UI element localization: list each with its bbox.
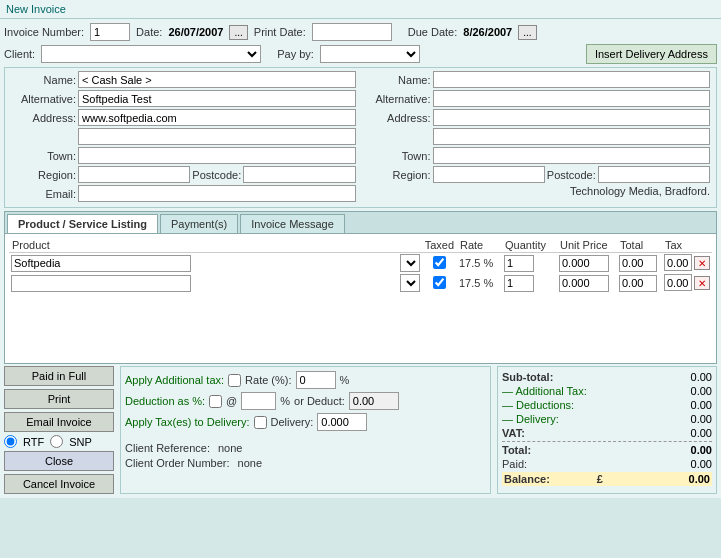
email-button[interactable]: Email Invoice [4,412,114,432]
additional-options-form: Apply Additional tax: Rate (%): % Deduct… [120,366,491,494]
right-alt-input[interactable] [433,90,711,107]
right-region-input[interactable] [433,166,545,183]
tab-product-service[interactable]: Product / Service Listing [7,214,158,233]
balance-currency: £ [597,473,603,485]
date-value: 26/07/2007 [168,26,223,38]
tax-delivery-row: Apply Tax(es) to Delivery: Delivery: [125,413,486,431]
window-title: New Invoice [6,3,66,15]
product-table: Product Taxed Rate Quantity Unit Price T… [9,238,712,293]
taxed-checkbox[interactable] [433,256,446,269]
col-quantity: Quantity [502,238,557,253]
invoice-number-input[interactable] [90,23,130,41]
bottom-section: Paid in Full Print Email Invoice RTF SNP… [4,366,717,494]
product-cell2 [9,273,398,293]
left-name-input[interactable] [78,71,356,88]
balance-label: Balance: [504,473,550,485]
tax-input2[interactable] [664,274,692,291]
pct-symbol: % [340,374,350,386]
right-postcode-input[interactable] [598,166,710,183]
right-alt-label: Alternative: [366,93,431,105]
additional-tax-label: Apply Additional tax: [125,374,224,386]
tax-delivery-checkbox[interactable] [254,416,267,429]
delivery-address-button[interactable]: Insert Delivery Address [586,44,717,64]
tab-headers: Product / Service Listing Payment(s) Inv… [5,212,716,233]
delivery-total-value: 0.00 [652,413,712,425]
paid-row: Paid: 0.00 [502,458,712,470]
paid-full-button[interactable]: Paid in Full [4,366,114,386]
right-address: Name: Alternative: Address: Town: Region… [366,71,711,204]
left-alt-input[interactable] [78,90,356,107]
client-ref-value: none [218,442,242,454]
pay-by-select[interactable] [320,45,420,63]
deduction-checkbox[interactable] [209,395,222,408]
cancel-invoice-button[interactable]: Cancel Invoice [4,474,114,494]
col-dropdown [398,238,422,253]
quantity-input2[interactable] [504,275,534,292]
title-bar: New Invoice [0,0,721,19]
due-date-label: Due Date: [408,26,458,38]
deduction-pct-input[interactable] [241,392,276,410]
right-address-input[interactable] [433,109,711,126]
product-input2[interactable] [11,275,191,292]
snp-radio[interactable] [50,435,63,448]
deduct-value-input[interactable] [349,392,399,410]
print-button[interactable]: Print [4,389,114,409]
delivery-value-input[interactable] [317,413,367,431]
client-payby-row: Client: Pay by: Insert Delivery Address [4,44,717,64]
right-town-input[interactable] [433,147,711,164]
print-date-input[interactable] [312,23,392,41]
delete-row-button[interactable]: ✕ [694,256,710,270]
quantity-input[interactable] [504,255,534,272]
taxed-checkbox2[interactable] [433,276,446,289]
client-ref-label: Client Reference: [125,442,210,454]
additional-tax-total-row: — Additional Tax: 0.00 [502,385,712,397]
left-address-input[interactable] [78,109,356,126]
total-input[interactable] [619,255,657,272]
tab-payments[interactable]: Payment(s) [160,214,238,233]
client-select[interactable] [41,45,261,63]
total-row: Total: 0.00 [502,444,712,456]
left-region-input[interactable] [78,166,190,183]
due-date-picker-button[interactable]: ... [518,25,536,40]
product-dropdown[interactable] [400,254,420,272]
address-form: Name: Alternative: Address: Town: Region… [4,67,717,208]
left-alt-label: Alternative: [11,93,76,105]
due-date-value: 8/26/2007 [463,26,512,38]
delivery-total-row: — Delivery: 0.00 [502,413,712,425]
left-town-input[interactable] [78,147,356,164]
product-dropdown2[interactable] [400,274,420,292]
additional-tax-total-value: 0.00 [652,385,712,397]
total-label: Total: [502,444,531,456]
tab-invoice-message[interactable]: Invoice Message [240,214,345,233]
left-postcode-input[interactable] [243,166,355,183]
product-cell [9,253,398,274]
print-date-label: Print Date: [254,26,306,38]
unit-price-input[interactable] [559,255,609,272]
balance-value: 0.00 [650,473,710,485]
right-address2-input[interactable] [433,128,711,145]
left-action-buttons: Paid in Full Print Email Invoice RTF SNP… [4,366,114,494]
rtf-radio[interactable] [4,435,17,448]
left-town-label: Town: [11,150,76,162]
date-picker-button[interactable]: ... [229,25,247,40]
vat-row: VAT: 0.00 [502,427,712,439]
totals-panel: Sub-total: 0.00 — Additional Tax: 0.00 —… [497,366,717,494]
delete-row2-button[interactable]: ✕ [694,276,710,290]
rtf-label: RTF [23,436,44,448]
balance-row: Balance: £ 0.00 [502,472,712,486]
rate-value: 17.5 % [459,257,493,269]
unit-price-input2[interactable] [559,275,609,292]
rate-pct-input[interactable] [296,371,336,389]
tax-input[interactable] [664,254,692,271]
close-button[interactable]: Close [4,451,114,471]
product-input[interactable] [11,255,191,272]
right-name-label: Name: [366,74,431,86]
deductions-value: 0.00 [652,399,712,411]
additional-tax-checkbox[interactable] [228,374,241,387]
total-input2[interactable] [619,275,657,292]
right-name-input[interactable] [433,71,711,88]
left-name-label: Name: [11,74,76,86]
left-email-input[interactable] [78,185,356,202]
left-address2-input[interactable] [78,128,356,145]
left-address-label: Address: [11,112,76,124]
